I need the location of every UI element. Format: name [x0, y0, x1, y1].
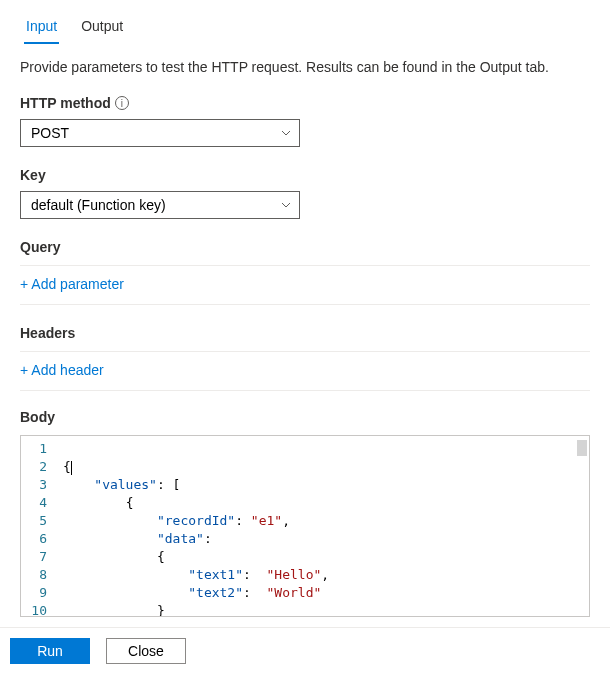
code-token: : [ — [157, 477, 180, 492]
code-token: "recordId" — [157, 513, 235, 528]
description-text: Provide parameters to test the HTTP requ… — [0, 45, 610, 75]
code-token: "text2" — [188, 585, 243, 600]
body-section: Body 1 2 3 4 5 6 7 8 9 10 { "values": [ … — [0, 391, 610, 617]
line-number: 2 — [29, 458, 47, 476]
run-button[interactable]: Run — [10, 638, 90, 664]
line-number: 8 — [29, 566, 47, 584]
key-field: Key — [0, 147, 610, 219]
code-token: "data" — [157, 531, 204, 546]
code-token: : — [243, 567, 266, 582]
headers-section: Headers — [0, 305, 610, 341]
key-select[interactable] — [20, 191, 300, 219]
query-label: Query — [20, 239, 590, 255]
code-token: "values" — [94, 477, 157, 492]
key-select-value[interactable] — [20, 191, 300, 219]
code-token: : — [204, 531, 212, 546]
http-method-label: HTTP method i — [20, 95, 590, 111]
code-token: { — [63, 459, 71, 474]
scrollbar-thumb[interactable] — [577, 440, 587, 456]
line-number: 10 — [29, 602, 47, 617]
line-gutter: 1 2 3 4 5 6 7 8 9 10 — [21, 436, 57, 616]
code-token: { — [157, 549, 165, 564]
footer-bar: Run Close — [0, 627, 610, 674]
body-label: Body — [20, 409, 590, 425]
tab-output[interactable]: Output — [79, 12, 125, 44]
line-number: 5 — [29, 512, 47, 530]
body-editor[interactable]: 1 2 3 4 5 6 7 8 9 10 { "values": [ { "re… — [20, 435, 590, 617]
code-token: , — [321, 567, 329, 582]
code-token: "e1" — [251, 513, 282, 528]
key-label: Key — [20, 167, 590, 183]
query-section: Query — [0, 219, 610, 255]
close-button[interactable]: Close — [106, 638, 186, 664]
http-method-select-value[interactable] — [20, 119, 300, 147]
code-token: } — [157, 603, 165, 617]
text-cursor — [71, 461, 72, 475]
add-parameter-link[interactable]: + Add parameter — [0, 266, 144, 292]
code-token: "World" — [267, 585, 322, 600]
code-token: "Hello" — [267, 567, 322, 582]
line-number: 6 — [29, 530, 47, 548]
http-method-field: HTTP method i — [0, 75, 610, 147]
code-token: : — [235, 513, 251, 528]
code-token: { — [126, 495, 134, 510]
line-number: 1 — [29, 440, 47, 458]
tab-bar: Input Output — [0, 0, 610, 45]
code-token: : — [243, 585, 266, 600]
http-method-label-text: HTTP method — [20, 95, 111, 111]
line-number: 4 — [29, 494, 47, 512]
add-header-link[interactable]: + Add header — [0, 352, 124, 378]
tab-input[interactable]: Input — [24, 12, 59, 44]
line-number: 3 — [29, 476, 47, 494]
info-icon[interactable]: i — [115, 96, 129, 110]
line-number: 9 — [29, 584, 47, 602]
line-number: 7 — [29, 548, 47, 566]
code-token: "text1" — [188, 567, 243, 582]
http-method-select[interactable] — [20, 119, 300, 147]
headers-label: Headers — [20, 325, 590, 341]
code-content[interactable]: { "values": [ { "recordId": "e1", "data"… — [57, 436, 589, 616]
code-token: , — [282, 513, 290, 528]
